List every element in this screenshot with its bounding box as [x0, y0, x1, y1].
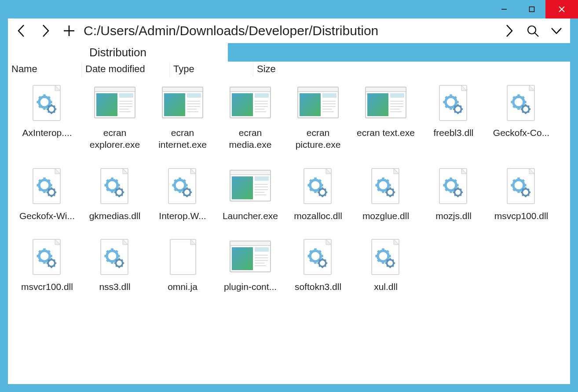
file-label: mozalloc.dll [294, 210, 342, 222]
file-item[interactable]: plugin-cont... [217, 236, 283, 293]
go-button[interactable] [498, 20, 520, 41]
minimize-button[interactable] [490, 0, 518, 18]
exe-icon [161, 82, 204, 124]
file-item[interactable]: msvcr100.dll [14, 236, 80, 293]
file-item[interactable]: xul.dll [353, 236, 419, 293]
file-label: ecran explorer.exe [82, 127, 148, 151]
file-grid: AxInterop....ecran explorer.exeecran int… [8, 77, 570, 384]
tab-label: Distribution [89, 46, 146, 59]
file-item[interactable]: mozglue.dll [353, 165, 419, 222]
file-label: Geckofx-Wi... [19, 210, 75, 222]
dropdown-button[interactable] [545, 20, 567, 41]
close-button[interactable] [545, 0, 578, 18]
file-label: AxInterop.... [22, 127, 72, 139]
exe-icon [365, 82, 407, 124]
file-item[interactable]: AxInterop.... [14, 82, 80, 151]
file-item[interactable]: Geckofx-Co... [488, 82, 554, 151]
file-item[interactable]: ecran explorer.exe [82, 82, 148, 151]
window-border-left [0, 18, 8, 392]
dll-icon [500, 165, 542, 207]
file-item[interactable]: nss3.dll [82, 236, 148, 293]
file-item[interactable]: mozjs.dll [421, 165, 487, 222]
navigation-bar: C:/Users/Admin/Downloads/Developer/Distr… [8, 18, 570, 43]
dll-icon [297, 165, 339, 207]
content-area: Name Date modified Type Size AxInterop..… [8, 62, 570, 384]
file-label: ecran text.exe [357, 127, 415, 139]
dll-icon [365, 236, 407, 278]
file-item[interactable]: omni.ja [150, 236, 216, 293]
file-item[interactable]: Geckofx-Wi... [14, 165, 80, 222]
dll-icon [500, 82, 542, 124]
tab-bar: Distribution [8, 43, 570, 62]
file-label: nss3.dll [99, 281, 130, 293]
file-label: softokn3.dll [295, 281, 341, 293]
dll-icon [94, 165, 136, 207]
file-label: xul.dll [374, 281, 398, 293]
dll-icon [26, 165, 68, 207]
window-border-right [570, 18, 578, 392]
column-date-modified[interactable]: Date modified [82, 62, 170, 77]
file-label: Interop.W... [159, 210, 206, 222]
file-label: ecran internet.exe [150, 127, 216, 151]
file-item[interactable]: Interop.W... [150, 165, 216, 222]
file-item[interactable]: ecran picture.exe [285, 82, 351, 151]
exe-icon [229, 82, 271, 124]
file-label: plugin-cont... [224, 281, 277, 293]
file-label: Geckofx-Co... [493, 127, 549, 139]
file-item[interactable]: ecran internet.exe [150, 82, 216, 151]
file-item[interactable]: freebl3.dll [421, 82, 487, 151]
file-label: mozjs.dll [435, 210, 472, 222]
maximize-button[interactable] [518, 0, 545, 18]
file-item[interactable]: gkmedias.dll [82, 165, 148, 222]
dll-icon [26, 236, 68, 278]
exe-icon [297, 82, 339, 124]
tab-distribution[interactable]: Distribution [8, 43, 228, 62]
search-button[interactable] [522, 20, 544, 41]
new-tab-button[interactable] [58, 20, 80, 41]
file-label: freebl3.dll [433, 127, 473, 139]
address-path[interactable]: C:/Users/Admin/Downloads/Developer/Distr… [82, 23, 496, 38]
dll-icon [94, 236, 136, 278]
dll-icon [432, 165, 475, 207]
file-label: Launcher.exe [223, 210, 278, 222]
dll-icon [161, 165, 204, 207]
exe-icon [229, 165, 271, 207]
svg-rect-34 [529, 7, 534, 12]
file-label: msvcp100.dll [494, 210, 549, 222]
file-item[interactable]: ecran text.exe [353, 82, 419, 151]
file-label: ecran picture.exe [285, 127, 351, 151]
forward-button[interactable] [34, 20, 56, 41]
file-item[interactable]: Launcher.exe [217, 165, 283, 222]
column-size[interactable]: Size [253, 62, 570, 77]
dll-icon [432, 82, 475, 124]
file-label: msvcr100.dll [21, 281, 73, 293]
file-item[interactable]: msvcp100.dll [488, 165, 554, 222]
window-titlebar [0, 0, 578, 18]
file-label: omni.ja [168, 281, 198, 293]
dll-icon [365, 165, 407, 207]
file-item[interactable]: ecran media.exe [217, 82, 283, 151]
column-name[interactable]: Name [8, 62, 82, 77]
window-border-bottom [8, 384, 570, 392]
column-headers: Name Date modified Type Size [8, 62, 570, 77]
svg-point-39 [528, 26, 536, 34]
exe-icon [94, 82, 136, 124]
file-label: mozglue.dll [362, 210, 409, 222]
file-label: gkmedias.dll [89, 210, 141, 222]
file-item[interactable]: mozalloc.dll [285, 165, 351, 222]
exe-icon [229, 236, 271, 278]
back-button[interactable] [11, 20, 33, 41]
blank-icon [161, 236, 204, 278]
svg-line-40 [535, 33, 538, 37]
dll-icon [297, 236, 339, 278]
dll-icon [26, 82, 68, 124]
file-item[interactable]: softokn3.dll [285, 236, 351, 293]
file-label: ecran media.exe [217, 127, 283, 151]
column-type[interactable]: Type [170, 62, 253, 77]
